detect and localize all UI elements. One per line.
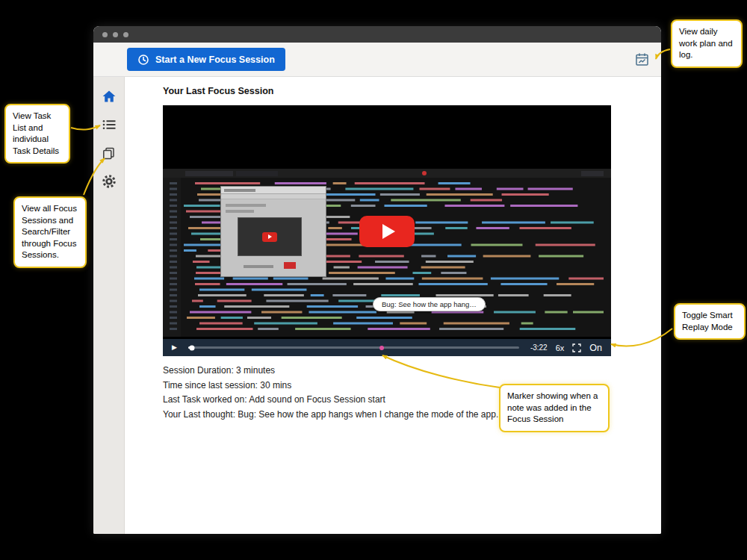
fullscreen-icon — [572, 343, 581, 352]
playhead[interactable] — [189, 345, 194, 350]
session-info-line: Session Duration: 3 minutes — [163, 364, 661, 379]
mini-youtube-play-icon — [262, 232, 277, 242]
gear-icon — [102, 174, 117, 189]
fullscreen-button[interactable] — [572, 343, 581, 352]
sidebar-item-task-list[interactable] — [99, 115, 119, 134]
callout-smart-replay: Toggle Smart Replay Mode — [674, 303, 746, 340]
inner-red-badge — [284, 262, 296, 269]
sidebar-item-settings[interactable] — [99, 172, 119, 191]
youtube-play-icon[interactable] — [359, 216, 415, 247]
inner-text-bar — [244, 265, 273, 268]
smart-replay-toggle[interactable]: On — [589, 343, 602, 353]
window-control-dot[interactable] — [102, 32, 108, 37]
start-button-label: Start a New Focus Session — [155, 55, 275, 65]
window-control-dot[interactable] — [123, 32, 128, 37]
toolbar: Start a New Focus Session — [93, 43, 661, 77]
callout-note-marker: Marker showing when a note was added in … — [499, 384, 610, 432]
copy-pages-icon — [102, 147, 115, 160]
video-player[interactable]: Bug: See how the app hang… ▶ -3:22 6x — [163, 105, 611, 356]
video-controls-bar: ▶ -3:22 6x — [163, 339, 611, 356]
clock-icon — [137, 54, 149, 66]
page-title: Your Last Focus Session — [163, 86, 661, 96]
sidebar — [93, 77, 125, 534]
inner-window-body — [221, 199, 326, 275]
inner-text-bar — [226, 210, 254, 213]
inner-text-bar — [226, 204, 266, 207]
daily-plan-button[interactable] — [635, 52, 649, 66]
sidebar-item-home[interactable] — [99, 87, 119, 106]
play-icon[interactable]: ▶ — [172, 344, 177, 351]
progress-bar[interactable] — [188, 346, 519, 349]
time-remaining: -3:22 — [530, 343, 548, 352]
window-control-dot[interactable] — [113, 32, 118, 37]
start-focus-session-button[interactable]: Start a New Focus Session — [127, 48, 285, 71]
home-icon — [102, 90, 117, 103]
window-titlebar — [93, 26, 661, 43]
note-tooltip: Bug: See how the app hang… — [373, 297, 486, 311]
main-content: Your Last Focus Session — [125, 77, 661, 534]
app-window: Start a New Focus Session — [93, 26, 661, 534]
sidebar-item-focus-sessions[interactable] — [99, 143, 119, 163]
callout-sessions: View all Focus Sessions and Search/Filte… — [13, 196, 87, 268]
callout-task-list: View Task List and individual Task Detai… — [4, 104, 70, 164]
task-list-icon — [102, 119, 116, 130]
inner-window-menubar — [221, 194, 326, 199]
screenshot-inner-window — [220, 186, 326, 277]
inner-window-titlebar — [221, 187, 326, 194]
annotated-screenshot: Start a New Focus Session — [0, 0, 747, 560]
app-body: Your Last Focus Session — [93, 77, 661, 534]
playback-speed-button[interactable]: 6x — [556, 343, 565, 352]
inner-video-thumbnail — [238, 217, 302, 256]
callout-daily-plan: View daily work plan and log. — [671, 19, 743, 68]
calendar-icon — [635, 52, 649, 66]
note-marker-dot[interactable] — [379, 346, 384, 350]
